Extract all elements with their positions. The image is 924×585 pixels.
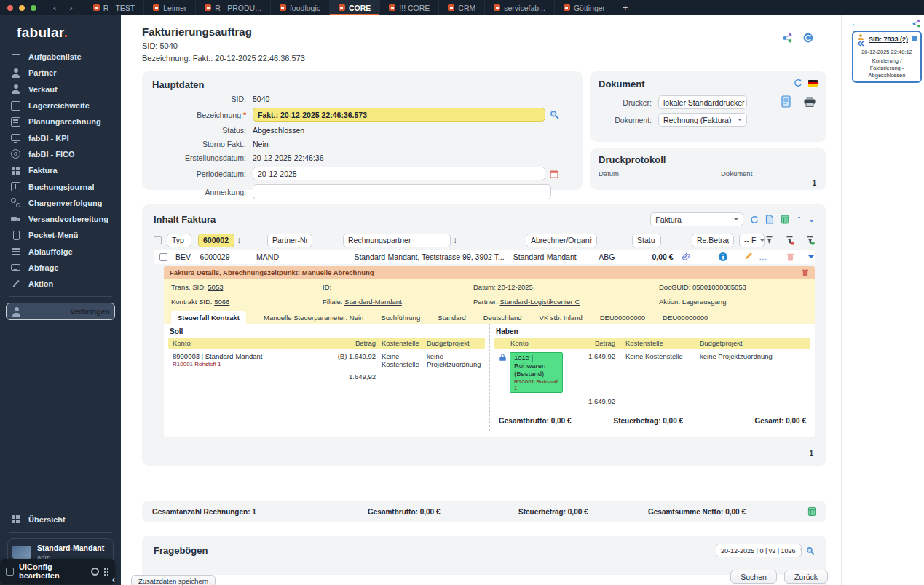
table-icon[interactable]: [781, 215, 789, 224]
sidebar-item-fabbi-kpi[interactable]: fabBI - KPI: [0, 130, 121, 146]
maximize-window-icon[interactable]: [31, 5, 36, 11]
share-icon[interactable]: [912, 19, 921, 28]
tab-steuerfall-kontrakt[interactable]: Steuerfall Kontrakt: [171, 311, 246, 324]
uiconfig-checkbox[interactable]: [6, 568, 14, 576]
sidebar-item-planungsrechnung[interactable]: Planungsrechnung: [0, 114, 121, 130]
filter-abrechner-input[interactable]: [526, 234, 597, 247]
sidebar-item-verbringen[interactable]: Verbringen: [6, 303, 115, 320]
kontrakt-sid-link[interactable]: 5066: [214, 298, 229, 306]
browser-tab[interactable]: R - TEST: [84, 0, 144, 15]
edit-icon[interactable]: [743, 252, 752, 261]
browser-back-button[interactable]: ‹: [47, 0, 63, 15]
more-options-button[interactable]: ...: [759, 253, 767, 261]
info-icon[interactable]: [719, 252, 727, 261]
row-checkbox[interactable]: [159, 253, 167, 261]
sidebar-item-pocket-menü[interactable]: Pocket-Menü: [0, 227, 121, 243]
browser-tab[interactable]: !!! CORE: [379, 0, 438, 15]
calendar-icon[interactable]: [550, 170, 558, 178]
printer-icon[interactable]: [803, 96, 816, 108]
trash-icon[interactable]: [802, 268, 809, 276]
haben-konto-highlight[interactable]: 1010 | Rohwaren (Bestand)R10001 Rohstoff…: [510, 352, 563, 393]
refresh-icon[interactable]: [750, 215, 759, 224]
workflow-node-card[interactable]: SID: 7833 (2) 20-12-2025 22:48:12 Kontie…: [852, 31, 922, 83]
browser-tab[interactable]: servicefab...: [484, 0, 554, 15]
browser-tab[interactable]: foodlogic: [270, 0, 329, 15]
filter-betrag-input[interactable]: [692, 234, 734, 247]
window-controls[interactable]: [0, 0, 47, 15]
collapse-sidebar-button[interactable]: ‹: [112, 574, 115, 585]
sidebar-item-versandvorbereitung[interactable]: Versandvorbereitung: [0, 211, 121, 227]
sort-descending-icon[interactable]: ↓: [237, 235, 241, 245]
dokument-select[interactable]: Rechnung (Faktura): [658, 113, 747, 127]
filter-rechnungspartner-input[interactable]: [343, 234, 451, 247]
browser-tab[interactable]: Göttinger: [554, 0, 614, 15]
expand-row-caret-icon[interactable]: [807, 255, 815, 262]
browser-tab[interactable]: R - PRODU...: [195, 0, 270, 15]
anmerkung-input[interactable]: [253, 184, 551, 199]
trans-sid-link[interactable]: 5053: [208, 283, 223, 291]
workflow-bar[interactable]: Workflow: [154, 575, 815, 585]
share-icon[interactable]: [783, 33, 793, 43]
status-dot-icon[interactable]: [912, 36, 917, 41]
zurueck-button[interactable]: Zurück: [784, 570, 828, 584]
workflow-sid-link[interactable]: SID: 7833 (2): [866, 36, 910, 43]
chevron-up-icon[interactable]: ⌃: [796, 215, 802, 223]
refresh-icon[interactable]: [794, 79, 802, 87]
sidebar-item-faktura[interactable]: Faktura: [0, 162, 121, 178]
browser-tab[interactable]: CORE: [329, 0, 379, 15]
close-window-icon[interactable]: [7, 5, 13, 11]
briefcase-icon[interactable]: [499, 354, 507, 393]
frageboegen-version-select[interactable]: 20-12-2025 | 0 | v2 | 1026: [716, 544, 802, 557]
browser-tab[interactable]: Leimer: [143, 0, 195, 15]
browser-forward-button[interactable]: ›: [63, 0, 79, 15]
select-all-checkbox[interactable]: [154, 236, 162, 244]
sidebar-item-verkauf[interactable]: Verkauf: [0, 81, 121, 98]
druckprotokoll-page-number[interactable]: 1: [812, 179, 816, 187]
sidebar-item-lagerreichweite[interactable]: Lagerreichweite: [0, 98, 121, 114]
search-icon[interactable]: [550, 110, 559, 119]
document-icon[interactable]: [781, 95, 791, 108]
filter-add-icon[interactable]: [805, 236, 815, 245]
view-select[interactable]: Faktura: [650, 212, 743, 226]
filter-sid-input[interactable]: [198, 234, 234, 247]
drag-handle-icon[interactable]: [104, 568, 109, 576]
arrow-right-icon[interactable]: →: [848, 18, 856, 28]
inhalt-page-number[interactable]: 1: [154, 437, 815, 458]
chevron-down-icon[interactable]: ⌄: [809, 215, 815, 223]
gear-icon[interactable]: [91, 568, 99, 576]
suchen-button[interactable]: Suchen: [730, 570, 777, 584]
partner-link[interactable]: Standard-Logistikcenter C: [499, 298, 580, 306]
sidebar-item-aktion[interactable]: Aktion: [0, 276, 121, 292]
filter-partner-nr-input[interactable]: [267, 234, 312, 247]
filiale-link[interactable]: Standard-Mandant: [344, 298, 402, 306]
sidebar-item-abfrage[interactable]: Abfrage: [0, 260, 121, 276]
new-tab-button[interactable]: +: [614, 0, 637, 15]
german-flag-icon[interactable]: [808, 80, 818, 87]
sidebar-item-ablauffolge[interactable]: Ablauffolge: [0, 244, 121, 260]
minimize-window-icon[interactable]: [19, 5, 25, 11]
sync-icon[interactable]: [803, 33, 813, 43]
browser-tab[interactable]: CRM: [438, 0, 484, 15]
sidebar-item-partner[interactable]: Partner: [0, 65, 121, 81]
calculator-icon[interactable]: [807, 506, 816, 517]
sidebar-item-uebersicht[interactable]: Übersicht: [0, 512, 121, 528]
sort-descending-icon[interactable]: ↓: [453, 235, 457, 245]
drucker-select[interactable]: lokaler Standarddrucker: [658, 95, 747, 109]
zusatzdaten-speichern-button[interactable]: Zusatzdaten speichern: [131, 575, 216, 585]
export-icon[interactable]: [765, 215, 774, 224]
sidebar-item-chargenverfolgung[interactable]: Chargenverfolgung: [0, 195, 121, 211]
filter-select[interactable]: -- F: [739, 234, 765, 247]
table-row[interactable]: BEV 6000029 MAND Standard-Mandant, Tests…: [154, 250, 815, 264]
filter-apply-icon[interactable]: [765, 236, 774, 245]
filter-typ-input[interactable]: [167, 234, 191, 247]
sidebar-item-buchungsjournal[interactable]: Buchungsjournal: [0, 178, 121, 194]
trash-icon[interactable]: [786, 252, 794, 261]
paperclip-icon[interactable]: [682, 252, 691, 261]
sidebar-item-aufgabenliste[interactable]: Aufgabenliste: [0, 49, 121, 65]
filter-clear-icon[interactable]: [785, 236, 794, 245]
sidebar-item-fabbi-fico[interactable]: fabBI - FICO: [0, 146, 121, 162]
bezeichnung-input[interactable]: [253, 108, 545, 122]
search-icon[interactable]: [806, 546, 815, 555]
periodedatum-input[interactable]: [253, 167, 545, 180]
filter-status-input[interactable]: [632, 234, 661, 247]
